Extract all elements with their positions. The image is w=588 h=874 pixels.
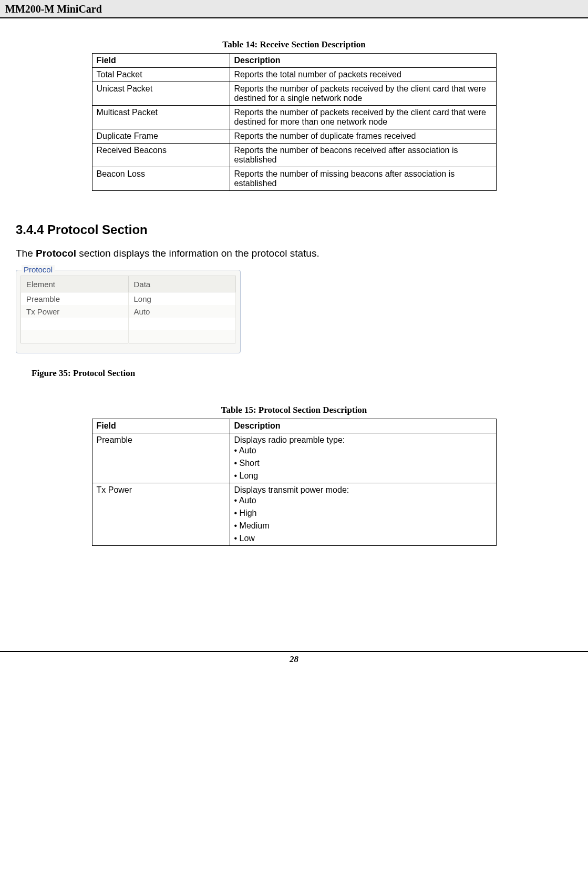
table14: Field Description Total PacketReports th… xyxy=(92,53,497,191)
desc-lead: Displays radio preamble type: xyxy=(234,435,492,445)
doc-title: MM200-M MiniCard xyxy=(5,3,102,15)
cell-desc: Reports the number of packets received b… xyxy=(230,82,496,106)
protocol-header-row: Element Data xyxy=(21,276,236,292)
protocol-th-data: Data xyxy=(128,276,236,292)
cell-field: Duplicate Frame xyxy=(92,129,230,144)
bullet: High xyxy=(234,509,492,518)
protocol-row: Tx PowerAuto xyxy=(21,305,236,318)
page-number: 28 xyxy=(290,654,298,664)
figure35-caption: Figure 35: Protocol Section xyxy=(32,368,572,379)
section-heading: 3.4.4 Protocol Section xyxy=(16,222,572,237)
cell-field: Total Packet xyxy=(92,68,230,82)
cell-field: Tx Power xyxy=(92,483,230,546)
protocol-th-element: Element xyxy=(21,276,129,292)
page-footer: 28 xyxy=(0,651,588,667)
protocol-cell-el xyxy=(21,318,129,330)
table15-caption: Table 15: Protocol Section Description xyxy=(16,405,572,415)
cell-desc: Displays transmit power mode: Auto High … xyxy=(230,483,496,546)
doc-header: MM200-M MiniCard xyxy=(0,0,588,18)
bullet-list: Auto High Medium Low xyxy=(234,496,492,543)
table-row: Tx Power Displays transmit power mode: A… xyxy=(92,483,496,546)
cell-field: Beacon Loss xyxy=(92,167,230,191)
bullet-list: Auto Short Long xyxy=(234,446,492,481)
bullet: Auto xyxy=(234,446,492,455)
table-header-row: Field Description xyxy=(92,54,496,68)
table-row: Received BeaconsReports the number of be… xyxy=(92,144,496,167)
table-row: Preamble Displays radio preamble type: A… xyxy=(92,433,496,483)
protocol-table: Element Data PreambleLong Tx PowerAuto xyxy=(20,276,236,343)
table-row: Total PacketReports the total number of … xyxy=(92,68,496,82)
bullet: Short xyxy=(234,459,492,468)
protocol-cell-dt: Auto xyxy=(128,305,236,318)
bullet: Low xyxy=(234,534,492,543)
protocol-cell-dt: Long xyxy=(128,292,236,306)
protocol-cell-el xyxy=(21,330,129,343)
cell-desc: Displays radio preamble type: Auto Short… xyxy=(230,433,496,483)
table-header-row: Field Description xyxy=(92,419,496,433)
table-row: Multicast PacketReports the number of pa… xyxy=(92,106,496,129)
protocol-legend: Protocol xyxy=(22,265,55,274)
protocol-cell-el: Preamble xyxy=(21,292,129,306)
th-field: Field xyxy=(92,419,230,433)
table-row: Beacon LossReports the number of missing… xyxy=(92,167,496,191)
cell-desc: Reports the total number of packets rece… xyxy=(230,68,496,82)
cell-desc: Reports the number of packets received b… xyxy=(230,106,496,129)
bullet: Medium xyxy=(234,521,492,531)
section-intro: The Protocol section displays the inform… xyxy=(16,248,572,259)
intro-pre: The xyxy=(16,248,36,259)
table-row: Duplicate FrameReports the number of dup… xyxy=(92,129,496,144)
protocol-groupbox: Protocol Element Data PreambleLong Tx Po… xyxy=(16,270,241,353)
cell-field: Multicast Packet xyxy=(92,106,230,129)
cell-field: Unicast Packet xyxy=(92,82,230,106)
cell-desc: Reports the number of beacons received a… xyxy=(230,144,496,167)
cell-desc: Reports the number of duplicate frames r… xyxy=(230,129,496,144)
th-desc: Description xyxy=(230,419,496,433)
bullet: Long xyxy=(234,471,492,481)
protocol-row xyxy=(21,330,236,343)
th-desc: Description xyxy=(230,54,496,68)
cell-field: Received Beacons xyxy=(92,144,230,167)
table15: Field Description Preamble Displays radi… xyxy=(92,419,497,546)
bullet: Auto xyxy=(234,496,492,505)
main-content: Table 14: Receive Section Description Fi… xyxy=(0,18,588,546)
protocol-cell-el: Tx Power xyxy=(21,305,129,318)
protocol-cell-dt xyxy=(128,318,236,330)
cell-field: Preamble xyxy=(92,433,230,483)
cell-desc: Reports the number of missing beacons af… xyxy=(230,167,496,191)
protocol-row: PreambleLong xyxy=(21,292,236,306)
protocol-row xyxy=(21,318,236,330)
intro-bold: Protocol xyxy=(36,248,76,259)
protocol-cell-dt xyxy=(128,330,236,343)
th-field: Field xyxy=(92,54,230,68)
intro-post: section displays the information on the … xyxy=(76,248,319,259)
table14-caption: Table 14: Receive Section Description xyxy=(16,39,572,50)
desc-lead: Displays transmit power mode: xyxy=(234,485,492,495)
table-row: Unicast PacketReports the number of pack… xyxy=(92,82,496,106)
